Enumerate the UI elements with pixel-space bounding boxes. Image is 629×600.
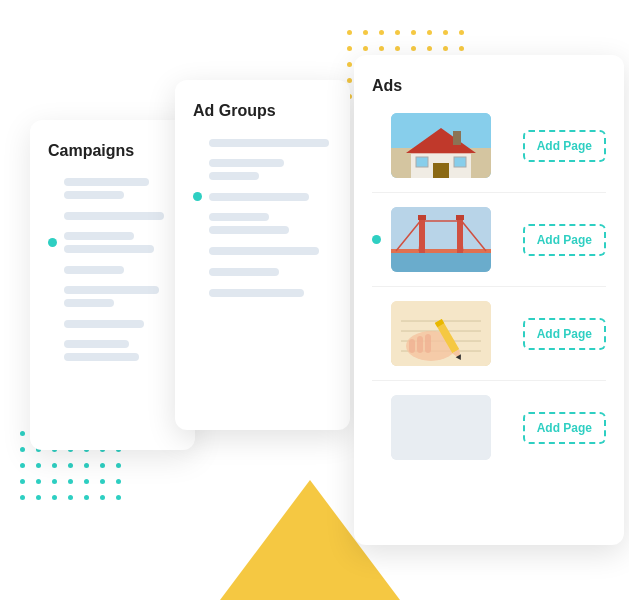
list-line: [64, 286, 159, 294]
list-line: [64, 353, 139, 361]
list-line: [209, 226, 289, 234]
campaigns-card: Campaigns: [30, 120, 195, 450]
list-item: [193, 192, 332, 201]
ads-card-title: Ads: [372, 77, 606, 95]
list-indicator: [193, 246, 202, 255]
list-indicator: [48, 346, 57, 355]
ads-indicator: [372, 141, 381, 150]
list-item: [193, 288, 332, 297]
ad-image-house: [391, 113, 491, 178]
ad-image-empty: [391, 395, 491, 460]
svg-rect-10: [391, 252, 491, 272]
ads-indicator: [372, 329, 381, 338]
list-indicator: [193, 165, 202, 174]
svg-rect-8: [411, 151, 471, 154]
scene: Campaigns: [0, 0, 629, 600]
list-item: [48, 340, 177, 361]
list-line: [64, 178, 149, 186]
list-item: [48, 286, 177, 307]
campaigns-card-title: Campaigns: [48, 142, 177, 160]
svg-rect-6: [416, 157, 428, 167]
svg-rect-4: [453, 131, 461, 145]
add-page-button-1[interactable]: Add Page: [523, 130, 606, 162]
svg-rect-5: [433, 163, 449, 178]
adgroups-card: Ad Groups: [175, 80, 350, 430]
list-item: [48, 265, 177, 274]
list-line: [64, 191, 124, 199]
list-item: [48, 211, 177, 220]
list-line: [64, 299, 114, 307]
list-item: [48, 232, 177, 253]
list-indicator: [193, 219, 202, 228]
ad-row: Add Page: [372, 207, 606, 287]
list-active-indicator: [193, 192, 202, 201]
svg-rect-20: [456, 215, 464, 220]
adgroups-card-title: Ad Groups: [193, 102, 332, 120]
list-line: [209, 172, 259, 180]
list-line: [209, 159, 284, 167]
ad-image-writing: [391, 301, 491, 366]
list-indicator: [193, 267, 202, 276]
svg-rect-31: [409, 339, 415, 353]
list-indicator: [48, 265, 57, 274]
svg-rect-11: [391, 249, 491, 253]
add-page-button-4[interactable]: Add Page: [523, 412, 606, 444]
list-item: [193, 267, 332, 276]
svg-rect-32: [417, 336, 423, 353]
list-indicator: [48, 292, 57, 301]
list-indicator: [48, 211, 57, 220]
list-line: [209, 193, 309, 201]
ads-active-indicator: [372, 235, 381, 244]
list-line: [64, 212, 164, 220]
ads-card: Ads: [354, 55, 624, 545]
ad-row: Add Page: [372, 113, 606, 193]
list-line: [209, 139, 329, 147]
list-indicator: [48, 184, 57, 193]
ad-row: Add Page: [372, 301, 606, 381]
list-indicator: [48, 319, 57, 328]
list-item: [48, 319, 177, 328]
list-item: [193, 213, 332, 234]
ads-indicator: [372, 423, 381, 432]
list-indicator: [193, 288, 202, 297]
add-page-button-2[interactable]: Add Page: [523, 224, 606, 256]
list-indicator: [193, 138, 202, 147]
list-line: [64, 340, 129, 348]
list-active-indicator: [48, 238, 57, 247]
list-line: [64, 266, 124, 274]
list-line: [64, 245, 154, 253]
list-line: [64, 232, 134, 240]
list-line: [209, 213, 269, 221]
add-page-button-3[interactable]: Add Page: [523, 318, 606, 350]
svg-rect-33: [425, 334, 431, 353]
ad-image-bridge: [391, 207, 491, 272]
list-item: [193, 159, 332, 180]
list-line: [209, 289, 304, 297]
list-item: [193, 246, 332, 255]
list-item: [48, 178, 177, 199]
list-item: [193, 138, 332, 147]
svg-rect-19: [418, 215, 426, 220]
list-line: [209, 247, 319, 255]
svg-rect-34: [391, 395, 491, 460]
list-line: [64, 320, 144, 328]
svg-rect-7: [454, 157, 466, 167]
list-line: [209, 268, 279, 276]
ad-row: Add Page: [372, 395, 606, 474]
